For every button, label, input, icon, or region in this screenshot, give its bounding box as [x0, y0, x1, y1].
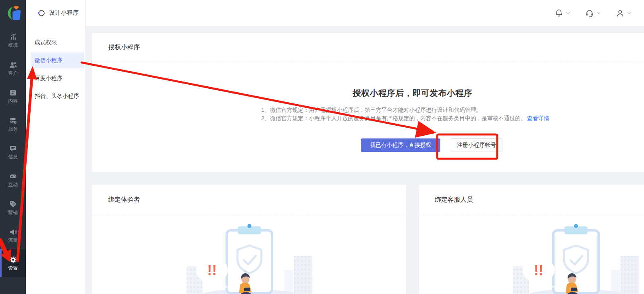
message-icon	[9, 144, 17, 152]
document-icon	[9, 89, 17, 97]
users-icon	[9, 61, 17, 69]
empty-state-illustration	[186, 219, 313, 294]
sidebar-item-label: 内容	[8, 99, 18, 103]
megaphone-icon	[9, 228, 17, 236]
sidebar-item-interaction[interactable]: 互动	[0, 165, 26, 193]
card-title: 绑定客服人员	[419, 185, 644, 215]
module-header[interactable]: 设计小程序	[26, 0, 86, 26]
rule-line-2-text: 2、微信官方规定：小程序个人开放的服务类目是有严格规定的，内容不在服务类目中的，…	[261, 115, 526, 121]
sidebar-item-label: 信息	[8, 154, 18, 159]
bell-icon	[555, 9, 563, 18]
bind-service-staff-card: 绑定客服人员	[419, 185, 644, 294]
gear-icon	[9, 256, 17, 264]
rule-line-1: 1、微信官方规定：用户需授权小程序后，第三方平台才能对小程序进行设计和代码管理。	[261, 106, 564, 114]
secondary-sidebar: 设计小程序 成员权限 微信小程序 百度小程序 抖音、头条小程序	[26, 0, 86, 294]
account-action[interactable]	[616, 9, 631, 18]
app-logo[interactable]	[0, 0, 26, 26]
sidebar-item-label: 客户	[8, 71, 18, 76]
rule-line-2: 2、微信官方规定：小程序个人开放的服务类目是有严格规定的，内容不在服务类目中的，…	[261, 114, 564, 123]
sidebar-item-marketing[interactable]: 营销	[0, 193, 26, 221]
topbar	[86, 0, 644, 26]
divider	[419, 215, 644, 215]
headset-icon	[585, 9, 594, 18]
card-title: 授权小程序	[92, 33, 644, 62]
sidebar-item-customers[interactable]: 客户	[0, 54, 26, 82]
register-account-button[interactable]: 注册小程序帐号	[451, 138, 502, 152]
sidebar-item-content[interactable]: 内容	[0, 82, 26, 110]
service-icon	[9, 117, 17, 125]
logo-icon	[4, 4, 22, 22]
submenu-item-member-permissions[interactable]: 成员权限	[26, 35, 86, 51]
sidebar-item-messages[interactable]: 信息	[0, 138, 26, 165]
module-title: 设计小程序	[49, 9, 79, 17]
user-icon	[616, 9, 625, 18]
chevron-down-icon	[566, 12, 570, 14]
sidebar-item-label: 设置	[8, 266, 18, 271]
support-action[interactable]	[585, 9, 601, 18]
empty-state-illustration	[512, 219, 640, 294]
notification-action[interactable]	[555, 9, 570, 18]
sidebar-item-label: 服务	[8, 127, 18, 131]
miniprogram-icon	[37, 9, 45, 17]
chevron-down-icon	[597, 12, 601, 14]
sidebar-item-overview[interactable]: 概况	[0, 26, 26, 54]
chevron-down-icon	[627, 12, 631, 14]
view-details-link[interactable]: 查看详情	[527, 115, 549, 121]
authorize-content: 授权小程序后，即可发布小程序 1、微信官方规定：用户需授权小程序后，第三方平台才…	[261, 62, 564, 152]
authorize-rules: 1、微信官方规定：用户需授权小程序后，第三方平台才能对小程序进行设计和代码管理。…	[261, 106, 564, 123]
submenu-list: 成员权限 微信小程序 百度小程序 抖音、头条小程序	[26, 35, 86, 104]
sidebar-item-label: 流量	[8, 238, 18, 243]
divider	[92, 215, 406, 215]
submenu-item-wechat-miniprogram[interactable]: 微信小程序	[31, 53, 84, 68]
sidebar-item-settings[interactable]: 设置	[0, 249, 26, 277]
sidebar-item-services[interactable]: 服务	[0, 110, 26, 138]
authorize-heading: 授权小程序后，即可发布小程序	[261, 88, 564, 99]
gamepad-icon	[9, 172, 17, 180]
bind-tester-card: 绑定体验者	[92, 185, 406, 294]
submenu-item-baidu-miniprogram[interactable]: 百度小程序	[26, 70, 86, 86]
sidebar-item-label: 概况	[8, 43, 18, 48]
main-content: 授权小程序 授权小程序后，即可发布小程序 1、微信官方规定：用户需授权小程序后，…	[86, 26, 644, 294]
authorize-card: 授权小程序 授权小程序后，即可发布小程序 1、微信官方规定：用户需授权小程序后，…	[92, 33, 644, 172]
authorize-existing-button[interactable]: 我已有小程序，直接授权	[361, 138, 440, 152]
authorize-actions: 我已有小程序，直接授权 注册小程序帐号	[361, 138, 564, 152]
sidebar-item-traffic[interactable]: 流量	[0, 221, 26, 249]
card-title: 绑定体验者	[92, 185, 406, 215]
chart-icon	[9, 33, 17, 41]
tag-icon	[9, 200, 17, 208]
sidebar-item-label: 营销	[8, 210, 18, 215]
primary-sidebar: 概况 客户 内容	[0, 0, 26, 294]
sidebar-item-label: 互动	[8, 182, 18, 187]
submenu-item-douyin-toutiao-miniprogram[interactable]: 抖音、头条小程序	[26, 88, 86, 104]
